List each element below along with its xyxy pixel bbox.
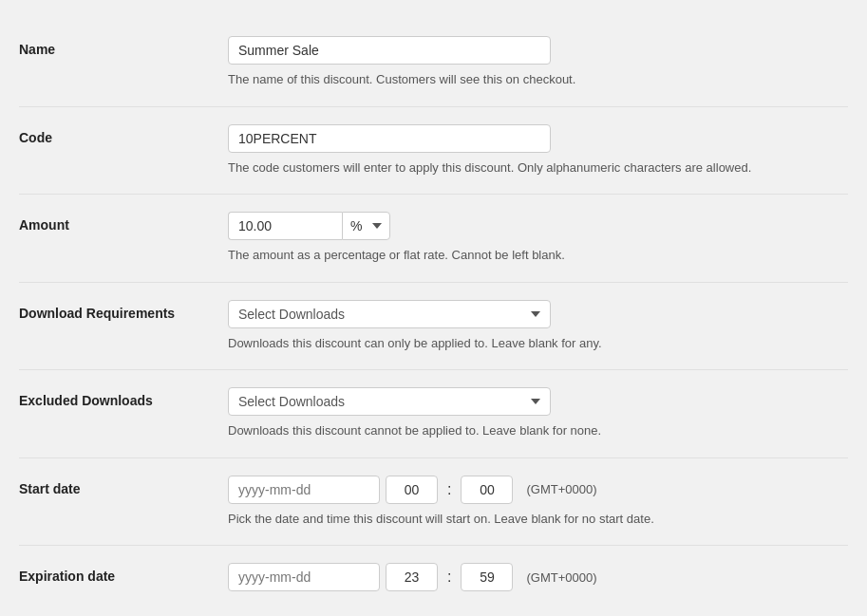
name-hint: The name of this discount. Customers wil… <box>228 70 836 89</box>
start-timezone: (GMT+0000) <box>526 482 596 496</box>
excluded-downloads-row: Excluded Downloads Select Downloads Down… <box>19 370 848 458</box>
expiration-date-row: Expiration date : (GMT+0000) <box>19 546 848 608</box>
expiration-date-controls: : (GMT+0000) <box>228 563 848 591</box>
code-hint: The code customers will enter to apply t… <box>228 159 836 177</box>
start-date-hint: Pick the date and time this discount wil… <box>228 510 836 529</box>
amount-controls: % $ <box>228 212 848 240</box>
code-field-group: The code customers will enter to apply t… <box>228 124 848 177</box>
amount-hint: The amount as a percentage or flat rate.… <box>228 246 836 265</box>
amount-row: Amount % $ The amount as a percentage or… <box>19 195 848 283</box>
excluded-downloads-field-group: Select Downloads Downloads this discount… <box>228 387 848 440</box>
start-date-label: Start date <box>19 476 228 496</box>
start-hour-input[interactable] <box>386 476 438 504</box>
start-minute-input[interactable] <box>461 476 513 504</box>
code-label: Code <box>19 124 228 145</box>
expiration-minute-input[interactable] <box>461 563 513 591</box>
name-label: Name <box>19 36 228 57</box>
expiration-date-input[interactable] <box>228 563 380 591</box>
excluded-downloads-label: Excluded Downloads <box>19 387 228 408</box>
start-date-input[interactable] <box>228 476 380 504</box>
name-field-group: The name of this discount. Customers wil… <box>228 36 848 89</box>
download-requirements-field-group: Select Downloads Downloads this discount… <box>228 300 848 353</box>
start-date-field-group: : (GMT+0000) Pick the date and time this… <box>228 476 848 529</box>
name-row: Name The name of this discount. Customer… <box>19 19 848 107</box>
expiration-date-label: Expiration date <box>19 563 228 584</box>
excluded-downloads-select[interactable]: Select Downloads <box>228 387 551 416</box>
amount-input[interactable] <box>228 212 342 240</box>
download-requirements-label: Download Requirements <box>19 300 228 321</box>
discount-form: Name The name of this discount. Customer… <box>0 0 867 616</box>
amount-type-select[interactable]: % $ <box>342 212 390 240</box>
expiration-date-field-group: : (GMT+0000) <box>228 563 848 591</box>
start-date-controls: : (GMT+0000) <box>228 476 848 504</box>
code-input[interactable] <box>228 124 551 153</box>
download-requirements-hint: Downloads this discount can only be appl… <box>228 334 836 353</box>
code-row: Code The code customers will enter to ap… <box>19 107 848 196</box>
download-requirements-row: Download Requirements Select Downloads D… <box>19 283 848 371</box>
excluded-downloads-hint: Downloads this discount cannot be applie… <box>228 421 836 440</box>
expiration-time-separator: : <box>443 569 455 586</box>
expiration-timezone: (GMT+0000) <box>526 570 596 585</box>
amount-field-group: % $ The amount as a percentage or flat r… <box>228 212 848 265</box>
start-date-row: Start date : (GMT+0000) Pick the date an… <box>19 458 848 547</box>
amount-label: Amount <box>19 212 228 233</box>
download-requirements-select[interactable]: Select Downloads <box>228 300 551 328</box>
expiration-hour-input[interactable] <box>386 563 438 591</box>
name-input[interactable] <box>228 36 551 65</box>
time-separator: : <box>443 481 455 498</box>
